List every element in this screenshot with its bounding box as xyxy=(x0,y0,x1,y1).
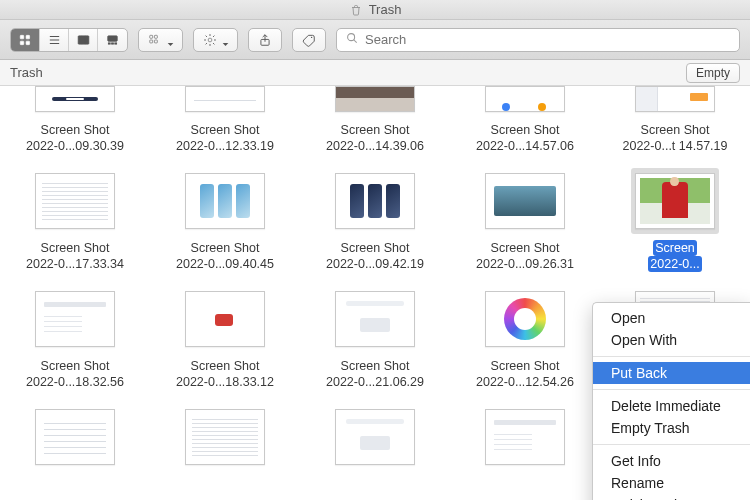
icon-grid-area[interactable]: Screen Shot2022-0...09.30.39 Screen Shot… xyxy=(0,86,750,500)
tags-button[interactable] xyxy=(292,28,326,52)
svg-rect-16 xyxy=(150,40,153,43)
menu-item-delete-immediately[interactable]: Delete Immediate xyxy=(593,395,750,417)
trash-item[interactable]: Screen Shot2022-0...12.54.26 xyxy=(458,286,592,400)
window-titlebar: Trash xyxy=(0,0,750,20)
trash-item[interactable]: Screen Shot2022-0...18.32.56 xyxy=(8,286,142,400)
chevron-down-icon xyxy=(167,36,174,43)
view-icon-button[interactable] xyxy=(11,29,40,51)
svg-rect-7 xyxy=(78,35,89,43)
menu-item-empty-trash[interactable]: Empty Trash xyxy=(593,417,750,439)
view-mode-segment xyxy=(10,28,128,52)
svg-rect-10 xyxy=(108,35,117,40)
search-input[interactable] xyxy=(365,32,731,47)
svg-line-25 xyxy=(206,43,207,44)
menu-separator xyxy=(593,444,750,445)
share-button[interactable] xyxy=(248,28,282,52)
svg-rect-11 xyxy=(108,42,110,43)
trash-icon xyxy=(349,3,363,17)
trash-item[interactable]: Screen Shot2022-0...12.33.19 xyxy=(158,86,292,164)
svg-point-18 xyxy=(208,38,212,42)
svg-line-24 xyxy=(213,43,214,44)
trash-item[interactable] xyxy=(8,404,142,476)
trash-item[interactable] xyxy=(158,404,292,476)
trash-item[interactable]: Screen Shot2022-0...17.33.34 xyxy=(8,168,142,282)
search-field[interactable] xyxy=(336,28,740,52)
chevron-down-icon xyxy=(222,36,229,43)
trash-item[interactable]: Screen Shot2022-0...09.42.19 xyxy=(308,168,442,282)
svg-rect-15 xyxy=(154,35,157,38)
trash-item[interactable]: Screen Shot2022-0...09.40.45 xyxy=(158,168,292,282)
location-label: Trash xyxy=(10,65,43,80)
menu-item-rename[interactable]: Rename xyxy=(593,472,750,494)
trash-item[interactable] xyxy=(458,404,592,476)
menu-item-open-with[interactable]: Open With xyxy=(593,329,750,351)
svg-rect-14 xyxy=(150,35,153,38)
menu-separator xyxy=(593,389,750,390)
trash-item[interactable]: Screen Shot2022-0...09.30.39 xyxy=(8,86,142,164)
empty-trash-button[interactable]: Empty xyxy=(686,63,740,83)
context-menu: Open Open With Put Back Delete Immediate… xyxy=(592,302,750,500)
svg-rect-3 xyxy=(26,41,30,45)
svg-point-29 xyxy=(348,34,355,41)
trash-item[interactable]: Screen Shot2022-0...t 14.57.19 xyxy=(608,86,742,164)
path-bar: Trash Empty xyxy=(0,60,750,86)
svg-line-26 xyxy=(213,35,214,36)
svg-rect-1 xyxy=(26,35,30,39)
menu-separator xyxy=(593,356,750,357)
toolbar xyxy=(0,20,750,60)
action-menu-button[interactable] xyxy=(193,28,238,52)
view-list-button[interactable] xyxy=(40,29,69,51)
view-column-button[interactable] xyxy=(69,29,98,51)
svg-rect-0 xyxy=(20,35,24,39)
group-by-button[interactable] xyxy=(138,28,183,52)
trash-item[interactable]: Screen Shot2022-0...09.26.31 xyxy=(458,168,592,282)
svg-line-23 xyxy=(206,35,207,36)
svg-rect-2 xyxy=(20,41,24,45)
trash-item-selected[interactable]: Screen2022-0... xyxy=(608,168,742,282)
window-title: Trash xyxy=(369,2,402,17)
trash-item[interactable] xyxy=(308,404,442,476)
svg-line-30 xyxy=(354,40,357,43)
svg-rect-13 xyxy=(115,42,117,43)
trash-item[interactable]: Screen Shot2022-0...21.06.29 xyxy=(308,286,442,400)
menu-item-put-back[interactable]: Put Back xyxy=(593,362,750,384)
svg-rect-12 xyxy=(112,42,114,43)
search-icon xyxy=(345,31,359,48)
trash-item[interactable]: Screen Shot2022-0...14.39.06 xyxy=(308,86,442,164)
menu-item-open[interactable]: Open xyxy=(593,307,750,329)
menu-item-quick-look[interactable]: Quick Look “Scre xyxy=(593,494,750,500)
view-gallery-button[interactable] xyxy=(98,29,127,51)
trash-item[interactable]: Screen Shot2022-0...14.57.06 xyxy=(458,86,592,164)
svg-rect-17 xyxy=(154,40,157,43)
menu-item-get-info[interactable]: Get Info xyxy=(593,450,750,472)
trash-item[interactable]: Screen Shot2022-0...18.33.12 xyxy=(158,286,292,400)
svg-point-28 xyxy=(311,36,312,37)
